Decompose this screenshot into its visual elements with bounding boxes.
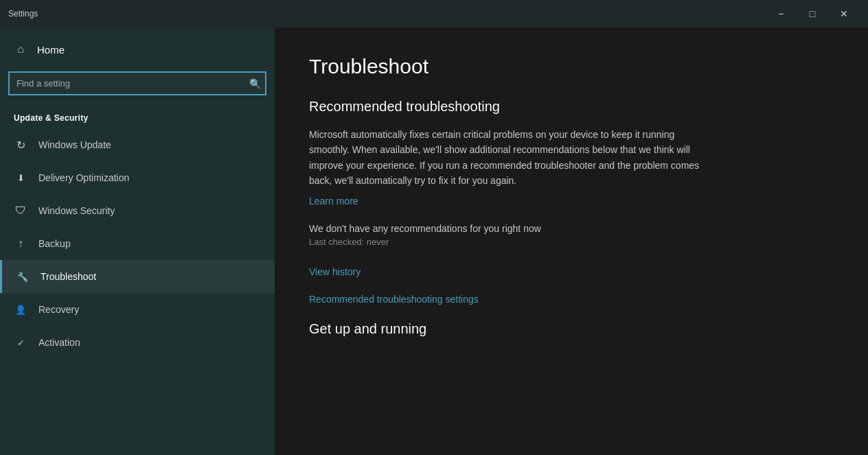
sidebar: ⌂ Home 🔍 Update & Security ↻ Windows Upd… [0,27,275,455]
windows-security-icon: 🛡 [14,204,27,218]
sidebar-label-recovery: Recovery [38,304,79,315]
sidebar-item-troubleshoot[interactable]: 🔧 Troubleshoot [0,260,275,293]
recommended-settings-link[interactable]: Recommended troubleshooting settings [309,294,834,305]
sidebar-item-activation[interactable]: ✓ Activation [0,326,275,359]
titlebar: Settings − □ ✕ [0,0,868,27]
troubleshoot-icon: 🔧 [16,270,30,283]
no-recommendations-text: We don't have any recommendations for yo… [309,223,834,234]
sidebar-label-delivery-optimization: Delivery Optimization [38,172,129,183]
sidebar-section-label: Update & Security [0,106,275,128]
sidebar-item-windows-update[interactable]: ↻ Windows Update [0,128,275,161]
sidebar-item-recovery[interactable]: 👤 Recovery [0,293,275,326]
activation-icon: ✓ [14,336,27,349]
sidebar-item-delivery-optimization[interactable]: ⬇ Delivery Optimization [0,161,275,194]
backup-icon: ↑ [14,237,27,250]
sidebar-label-troubleshoot: Troubleshoot [41,271,96,282]
home-icon: ⌂ [14,43,27,56]
close-button[interactable]: ✕ [828,3,860,25]
learn-more-link[interactable]: Learn more [309,196,834,207]
page-title: Troubleshoot [309,55,834,78]
last-checked-text: Last checked: never [309,237,834,247]
windows-update-icon: ↻ [14,138,27,152]
recommended-heading: Recommended troubleshooting [309,99,834,115]
search-box: 🔍 [8,71,266,95]
sidebar-home-label: Home [37,44,65,56]
sidebar-label-windows-security: Windows Security [38,205,115,216]
sidebar-label-backup: Backup [38,238,71,249]
search-input[interactable] [8,71,266,95]
description-text: Microsoft automatically fixes certain cr… [309,127,707,189]
app-body: ⌂ Home 🔍 Update & Security ↻ Windows Upd… [0,27,868,455]
search-icon: 🔍 [249,78,261,89]
minimize-button[interactable]: − [765,3,797,25]
main-content: Troubleshoot Recommended troubleshooting… [275,27,868,455]
view-history-link[interactable]: View history [309,266,834,277]
sidebar-label-windows-update: Windows Update [38,139,111,150]
sidebar-label-activation: Activation [38,337,80,348]
maximize-button[interactable]: □ [797,3,828,25]
search-button[interactable]: 🔍 [249,78,261,89]
sidebar-item-windows-security[interactable]: 🛡 Windows Security [0,194,275,227]
app-title: Settings [8,9,38,19]
sidebar-item-home[interactable]: ⌂ Home [0,27,275,71]
sidebar-item-backup[interactable]: ↑ Backup [0,227,275,260]
get-running-heading: Get up and running [309,321,834,337]
window-controls: − □ ✕ [765,3,860,25]
delivery-optimization-icon: ⬇ [14,171,27,185]
recovery-icon: 👤 [14,303,27,316]
